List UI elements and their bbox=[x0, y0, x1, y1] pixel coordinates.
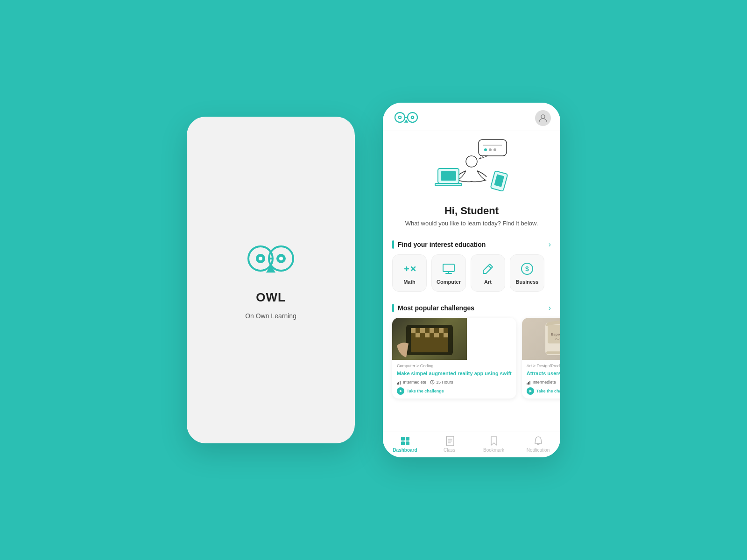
challenge-meta-1: Intermediete 15 Hours bbox=[397, 380, 512, 385]
svg-point-4 bbox=[259, 257, 262, 260]
art-label: Art bbox=[484, 279, 492, 285]
svg-rect-68 bbox=[527, 383, 528, 385]
challenges-section-title: Most popular challenges bbox=[398, 304, 474, 312]
math-icon bbox=[402, 261, 417, 276]
svg-rect-41 bbox=[411, 328, 416, 333]
challenge-card-2[interactable]: Espresso Coffee Art > Design/Product Att… bbox=[522, 318, 560, 399]
notification-nav-label: Notification bbox=[527, 448, 550, 453]
header-logo-icon bbox=[392, 111, 420, 125]
bookmark-icon bbox=[489, 436, 499, 446]
challenges-section-bar bbox=[392, 304, 394, 312]
svg-rect-59 bbox=[400, 381, 401, 385]
svg-rect-52 bbox=[425, 333, 430, 337]
hero-greeting: Hi, Student bbox=[444, 205, 499, 217]
math-label: Math bbox=[403, 279, 416, 285]
svg-text:$: $ bbox=[525, 265, 529, 273]
nav-notification[interactable]: Notification bbox=[516, 436, 560, 453]
svg-rect-48 bbox=[444, 328, 448, 333]
svg-point-21 bbox=[493, 148, 496, 151]
category-business[interactable]: $ Business bbox=[510, 254, 544, 292]
business-icon: $ bbox=[520, 261, 535, 276]
user-avatar[interactable] bbox=[535, 110, 551, 126]
nav-dashboard[interactable]: Dashboard bbox=[383, 436, 427, 453]
owl-logo-icon bbox=[243, 241, 299, 283]
dashboard-icon bbox=[400, 436, 410, 446]
challenge-image-chess bbox=[392, 318, 467, 360]
svg-point-20 bbox=[489, 148, 492, 151]
svg-point-12 bbox=[399, 117, 401, 118]
svg-point-13 bbox=[412, 117, 413, 118]
svg-rect-56 bbox=[444, 333, 448, 337]
svg-rect-45 bbox=[430, 328, 434, 333]
section-indicator-bar bbox=[392, 240, 394, 249]
nav-class[interactable]: Class bbox=[427, 436, 472, 453]
bell-icon bbox=[533, 436, 543, 446]
interest-section-header: Find your interest education › bbox=[383, 235, 560, 252]
svg-rect-76 bbox=[401, 441, 405, 445]
challenge-cta-1[interactable]: Take the challenge bbox=[397, 387, 512, 395]
challenge-cta-2[interactable]: Take the challenge bbox=[527, 387, 560, 395]
challenge-level-1: Intermediete bbox=[397, 380, 426, 385]
interest-section-arrow[interactable]: › bbox=[549, 240, 551, 249]
svg-rect-70 bbox=[529, 381, 530, 385]
svg-line-36 bbox=[488, 266, 491, 268]
svg-point-16 bbox=[541, 115, 545, 119]
challenge-image-coffee: Espresso Coffee bbox=[522, 318, 560, 360]
challenge-body-1: Computer > Coding Make simpel augmented … bbox=[392, 360, 516, 399]
svg-rect-42 bbox=[416, 328, 420, 333]
challenge-card-1[interactable]: Computer > Coding Make simpel augmented … bbox=[392, 318, 516, 399]
svg-rect-58 bbox=[398, 382, 399, 385]
svg-rect-33 bbox=[443, 264, 454, 272]
challenges-row: Computer > Coding Make simpel augmented … bbox=[383, 316, 560, 405]
svg-rect-75 bbox=[406, 437, 409, 441]
category-math[interactable]: Math bbox=[392, 254, 427, 292]
computer-label: Computer bbox=[437, 279, 461, 285]
challenges-section-arrow[interactable]: › bbox=[549, 304, 551, 312]
svg-marker-22 bbox=[479, 156, 488, 159]
svg-point-19 bbox=[484, 148, 487, 151]
svg-rect-46 bbox=[434, 328, 439, 333]
hero-illustration bbox=[425, 136, 518, 201]
svg-point-5 bbox=[279, 257, 283, 260]
svg-rect-74 bbox=[401, 437, 405, 441]
svg-rect-53 bbox=[430, 333, 434, 337]
svg-rect-49 bbox=[411, 333, 416, 337]
challenge-body-2: Art > Design/Product Attracts users with… bbox=[522, 360, 560, 399]
challenges-section-header: Most popular challenges › bbox=[383, 298, 560, 316]
challenge-title-2: Attracts users with a minimalist product… bbox=[527, 370, 560, 377]
svg-rect-51 bbox=[420, 333, 425, 337]
svg-rect-54 bbox=[434, 333, 439, 337]
svg-rect-26 bbox=[441, 171, 456, 181]
challenge-title-1: Make simpel augmented reality app using … bbox=[397, 370, 512, 377]
svg-marker-14 bbox=[404, 119, 409, 123]
svg-rect-47 bbox=[439, 328, 444, 333]
svg-rect-50 bbox=[416, 333, 420, 337]
right-phone: Hi, Student What would you like to learn… bbox=[383, 103, 560, 457]
owl-app-title: OWL bbox=[256, 290, 286, 305]
category-art[interactable]: Art bbox=[471, 254, 505, 292]
class-nav-label: Class bbox=[444, 448, 455, 453]
hero-section: Hi, Student What would you like to learn… bbox=[383, 131, 560, 235]
svg-rect-25 bbox=[435, 183, 462, 186]
left-phone: OWL On Own Learning bbox=[187, 117, 355, 443]
owl-app-subtitle: On Own Learning bbox=[245, 312, 296, 320]
nav-bookmark[interactable]: Bookmark bbox=[472, 436, 516, 453]
play-button-1[interactable] bbox=[397, 387, 404, 395]
challenge-hours-2: 15 Hours bbox=[560, 380, 560, 385]
play-button-2[interactable] bbox=[527, 387, 534, 395]
svg-rect-77 bbox=[406, 441, 409, 445]
svg-rect-55 bbox=[439, 333, 444, 337]
challenge-cat-2: Art > Design/Product bbox=[527, 364, 560, 368]
svg-rect-17 bbox=[479, 140, 507, 156]
svg-rect-43 bbox=[420, 328, 425, 333]
business-label: Business bbox=[516, 279, 539, 285]
owl-logo-container: OWL On Own Learning bbox=[243, 241, 299, 320]
categories-row: Math Computer Art bbox=[383, 252, 560, 298]
art-icon bbox=[480, 261, 495, 276]
svg-point-23 bbox=[466, 156, 477, 167]
bookmark-nav-label: Bookmark bbox=[483, 448, 504, 453]
category-computer[interactable]: Computer bbox=[431, 254, 466, 292]
book-icon bbox=[444, 436, 455, 446]
svg-text:Espresso: Espresso bbox=[551, 332, 560, 336]
computer-icon bbox=[441, 261, 456, 276]
